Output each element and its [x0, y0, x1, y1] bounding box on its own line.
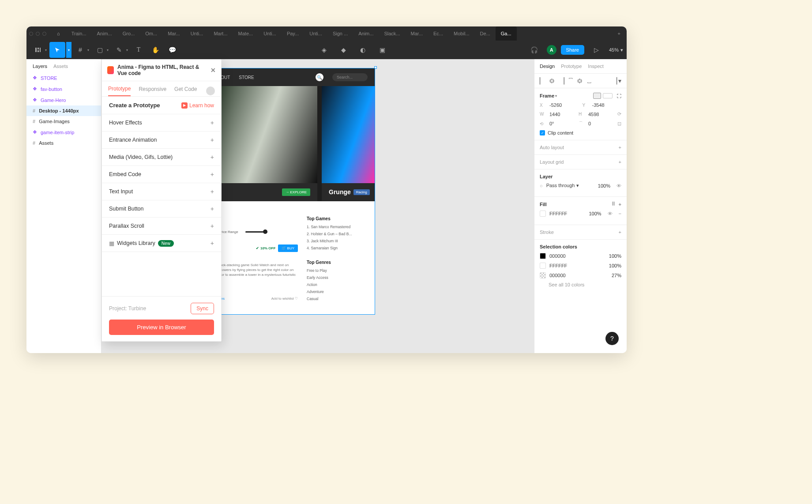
layer-item[interactable]: #Assets	[26, 138, 101, 148]
constrain-icon[interactable]: ⟳	[617, 111, 621, 117]
see-all-colors-link[interactable]: See all 10 colors	[540, 282, 621, 287]
file-tab[interactable]: Gro...	[117, 26, 140, 41]
layer-item[interactable]: #Game-Images	[26, 116, 101, 127]
resize-icon[interactable]: ⛶	[617, 94, 621, 98]
file-tab[interactable]: Unti...	[304, 26, 327, 41]
file-tab[interactable]: Om...	[140, 26, 162, 41]
close-icon[interactable]: ✕	[211, 67, 216, 74]
file-tab[interactable]: Train...	[66, 26, 92, 41]
layer-item[interactable]: ❖STORE	[26, 72, 101, 83]
share-button[interactable]: Share	[561, 45, 584, 55]
color-swatch[interactable]	[540, 253, 546, 259]
anima-tab-prototype[interactable]: Prototype	[108, 86, 131, 96]
radius-input[interactable]: 0	[588, 121, 614, 126]
file-tab[interactable]: Mate...	[233, 26, 259, 41]
window-controls[interactable]	[29, 32, 46, 36]
x-input[interactable]: -5260	[549, 102, 579, 108]
layer-item[interactable]: ❖fav-button	[26, 83, 101, 94]
anima-tab-responsive[interactable]: Responsive	[139, 86, 166, 96]
file-tab[interactable]: Mar...	[162, 26, 185, 41]
layer-item-selected[interactable]: #Desktop - 1440px	[26, 105, 101, 116]
align-vcenter-icon[interactable]: ⯐	[577, 77, 583, 84]
add-tab-button[interactable]: +	[614, 31, 624, 36]
boolean-icon[interactable]: ◐	[355, 42, 371, 58]
union-icon[interactable]: ▣	[374, 42, 390, 58]
inspect-tab[interactable]: Inspect	[588, 64, 603, 69]
file-tab[interactable]: Slack...	[379, 26, 405, 41]
file-tab[interactable]: Anim...	[353, 26, 379, 41]
layout-grid-row[interactable]: Layout grid+	[534, 155, 627, 169]
comment-tool-icon[interactable]: 💬	[164, 42, 180, 58]
mask-icon[interactable]: ◆	[335, 42, 351, 58]
eye-icon[interactable]: 👁	[617, 183, 621, 188]
fill-swatch[interactable]	[540, 211, 546, 217]
pen-tool-icon[interactable]: ✎	[111, 42, 127, 58]
accordion-widgets-library[interactable]: ▦ Widgets Library New +	[102, 234, 221, 252]
sync-button[interactable]: Sync	[191, 303, 214, 314]
frame-tool-icon[interactable]: #	[72, 42, 88, 58]
align-top-icon[interactable]: ⎴	[569, 77, 572, 84]
color-swatch[interactable]	[540, 263, 546, 269]
file-tab[interactable]: Ec...	[428, 26, 448, 41]
orientation-portrait[interactable]	[593, 93, 601, 99]
prototype-tab[interactable]: Prototype	[561, 64, 582, 69]
accordion-text-input[interactable]: Text Input+	[102, 183, 221, 200]
align-right-icon[interactable]: ▕	[560, 77, 564, 84]
w-input[interactable]: 1440	[549, 112, 575, 117]
text-tool-icon[interactable]: T	[131, 42, 147, 58]
stroke-row[interactable]: Stroke+	[534, 225, 627, 240]
align-hcenter-icon[interactable]: ⯐	[549, 77, 555, 84]
anima-tab-getcode[interactable]: Get Code	[174, 86, 197, 96]
assets-tab[interactable]: Assets	[53, 64, 68, 69]
layers-tab[interactable]: Layers	[33, 64, 47, 69]
fill-hex-input[interactable]: FFFFFF	[549, 211, 585, 216]
plus-icon[interactable]: +	[619, 159, 621, 165]
file-tab[interactable]: Mobil...	[448, 26, 474, 41]
accordion-parallax-scroll[interactable]: Parallax Scroll+	[102, 217, 221, 234]
styles-icon[interactable]: ⠿	[612, 201, 615, 207]
y-input[interactable]: -3548	[592, 102, 622, 108]
anima-user-avatar[interactable]	[206, 87, 215, 95]
help-button[interactable]: ?	[605, 332, 619, 345]
file-tab[interactable]: Mart...	[208, 26, 233, 41]
file-tab[interactable]: Mar...	[406, 26, 429, 41]
file-tab[interactable]: Pay...	[282, 26, 304, 41]
move-tool-icon[interactable]	[49, 42, 65, 58]
eye-icon[interactable]: 👁	[608, 211, 613, 216]
preview-button[interactable]: Preview in Browser	[109, 320, 214, 335]
remove-icon[interactable]: −	[619, 211, 621, 216]
learn-how-link[interactable]: ▶Learn how	[181, 102, 214, 109]
file-tab[interactable]: Unti...	[258, 26, 282, 41]
rotation-input[interactable]: 0°	[549, 121, 575, 126]
h-input[interactable]: 4598	[588, 112, 614, 117]
shape-tool-icon[interactable]: ▢	[92, 42, 108, 58]
align-controls[interactable]: ▏ ⯐ ▕ ⎴ ⯐ ⎵ ⎮▾	[534, 74, 627, 88]
zoom-dropdown[interactable]: 45% ▾	[609, 47, 623, 53]
auto-layout-row[interactable]: Auto layout+	[534, 140, 627, 155]
align-left-icon[interactable]: ▏	[540, 77, 545, 84]
clip-checkbox[interactable]: ✓	[540, 130, 545, 135]
independent-corners-icon[interactable]: ⊡	[617, 121, 621, 127]
plus-icon[interactable]: +	[619, 145, 621, 150]
file-tab-active[interactable]: Ga...	[496, 26, 517, 41]
user-avatar[interactable]: A	[547, 45, 556, 55]
present-icon[interactable]: ▷	[589, 42, 605, 58]
fill-opacity-input[interactable]: 100%	[589, 211, 601, 216]
accordion-hover-effects[interactable]: Hover Effects+	[102, 114, 221, 131]
align-bottom-icon[interactable]: ⎵	[587, 77, 591, 84]
accordion-media[interactable]: Media (Video, Gifs, Lottie)+	[102, 148, 221, 165]
file-tab[interactable]: De...	[475, 26, 496, 41]
orientation-landscape[interactable]	[603, 93, 613, 98]
accordion-embed-code[interactable]: Embed Code+	[102, 165, 221, 183]
color-swatch[interactable]	[540, 272, 546, 278]
file-tab[interactable]: Unti...	[185, 26, 209, 41]
accordion-submit-button[interactable]: Submit Button+	[102, 200, 221, 217]
menu-icon[interactable]	[30, 42, 46, 58]
design-tab[interactable]: Design	[540, 64, 555, 69]
file-tab[interactable]: Anim...	[91, 26, 117, 41]
blend-mode-select[interactable]: Pass through ▾	[546, 183, 594, 188]
hand-tool-icon[interactable]: ✋	[147, 42, 163, 58]
accordion-entrance-animation[interactable]: Entrance Animation+	[102, 131, 221, 148]
opacity-input[interactable]: 100%	[598, 183, 610, 188]
file-tab[interactable]: Sign ...	[327, 26, 353, 41]
